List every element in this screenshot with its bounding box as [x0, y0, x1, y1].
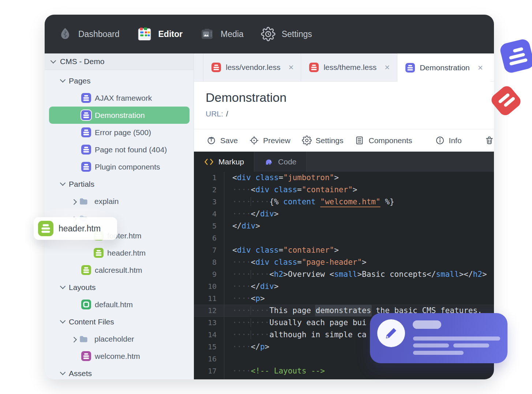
folder-label: placeholder: [94, 335, 134, 343]
close-icon[interactable]: ×: [478, 63, 483, 73]
chevron-down-icon: [60, 77, 66, 83]
floating-purple-doc-icon: [499, 38, 532, 74]
line-number: 4: [194, 208, 224, 220]
line-number: 6: [194, 232, 224, 244]
drag-ghost-label: header.htm: [59, 224, 101, 234]
line-content: <div class="jumbotron">: [224, 172, 494, 184]
section-label: Layouts: [69, 283, 96, 292]
page-url: URL:/: [206, 109, 494, 118]
tree-item-welcome.htm[interactable]: welcome.htm: [45, 347, 194, 365]
line-number: 15: [194, 341, 224, 353]
editor-tab-code[interactable]: Code: [254, 152, 307, 172]
code-line-17[interactable]: 17····<!-- Layouts -->: [194, 365, 494, 377]
tree-section-content-files[interactable]: Content Files: [45, 313, 194, 330]
tabstrip-spacer: [194, 53, 203, 81]
tab-less-vendor.less[interactable]: less/vendor.less×: [203, 53, 301, 81]
code-line-8[interactable]: 8····<div class="page-header">: [194, 256, 494, 268]
chevron-down-icon: [60, 369, 66, 375]
tree-item-page-not-found-404-[interactable]: Page not found (404): [45, 141, 194, 158]
tree-item-plugin-components[interactable]: Plugin components: [45, 158, 194, 175]
code-line-5[interactable]: 5</div>: [194, 220, 494, 232]
line-content: ····</div>: [224, 280, 494, 293]
sidebar-header[interactable]: CMS - Demo: [45, 53, 194, 70]
tree-item-label: Plugin components: [95, 163, 160, 171]
code-line-7[interactable]: 7<div class="container">: [194, 244, 494, 256]
tree-section-pages[interactable]: Pages: [45, 72, 194, 89]
line-number: 7: [194, 244, 224, 256]
close-icon[interactable]: ×: [288, 62, 293, 73]
skeleton-line: [413, 337, 500, 341]
editor-icon: [136, 27, 153, 41]
code-line-9[interactable]: 9········<h2>Overview <small>Basic conce…: [194, 268, 494, 280]
nav-label-media: Media: [221, 29, 244, 39]
chevron-down-icon: [60, 318, 66, 324]
line-content: ····<h2>Layouts</h2>: [224, 377, 494, 379]
code-line-3[interactable]: 3········{% content "welcome.htm" %}: [194, 196, 494, 208]
components-label: Components: [368, 136, 412, 145]
trash-icon: [484, 135, 494, 145]
sidebar-root-label: CMS - Demo: [60, 57, 104, 66]
settings-button[interactable]: Settings: [302, 135, 344, 145]
nav-item-dashboard[interactable]: Dashboard: [58, 27, 120, 41]
editor-tab-label: Code: [278, 157, 296, 166]
less-file-icon: [309, 63, 319, 72]
tree-item-error-page-500-[interactable]: Error page (500): [45, 124, 194, 141]
trash-button[interactable]: [484, 135, 494, 145]
preview-button[interactable]: Preview: [249, 135, 291, 145]
tree-item-demonstration[interactable]: Demonstration: [49, 107, 190, 124]
save-button[interactable]: Save: [206, 135, 238, 145]
nav-label-dashboard: Dashboard: [78, 29, 120, 39]
preview-label: Preview: [263, 136, 291, 145]
code-line-18[interactable]: 18····<h2>Layouts</h2>: [194, 377, 494, 379]
code-line-10[interactable]: 10····</div>: [194, 280, 494, 293]
editor-tab-markup[interactable]: Markup: [194, 152, 254, 172]
page-file-icon: [81, 127, 91, 137]
page-file-icon: [405, 63, 415, 73]
url-label: URL:: [206, 109, 223, 118]
line-content: [224, 232, 494, 244]
tree-section-layouts[interactable]: Layouts: [45, 279, 194, 296]
nav-item-media[interactable]: Media: [199, 27, 244, 41]
tree-item-label: calcresult.htm: [95, 266, 142, 275]
skeleton-line: [413, 351, 464, 355]
code-line-4[interactable]: 4····</div>: [194, 208, 494, 220]
skeleton-title-bar: [413, 320, 441, 329]
code-line-11[interactable]: 11····<p>: [194, 293, 494, 305]
chevron-right-icon: [71, 337, 77, 343]
tree-folder-placeholder[interactable]: placeholder: [45, 330, 194, 347]
tree-section-assets[interactable]: Assets: [45, 365, 194, 379]
drag-ghost-header-htm[interactable]: header.htm: [34, 217, 117, 240]
close-icon[interactable]: ×: [385, 62, 390, 73]
tree-item-label: Error page (500): [95, 128, 151, 137]
nav-item-settings[interactable]: Settings: [261, 27, 312, 41]
editor-tab-label: Markup: [218, 157, 244, 166]
tab-demonstration[interactable]: Demonstration×: [397, 53, 490, 82]
line-number: 14: [194, 329, 224, 341]
nav-item-editor[interactable]: Editor: [136, 27, 183, 41]
info-button[interactable]: Info: [435, 135, 462, 145]
tree-section-partials[interactable]: Partials: [45, 175, 194, 193]
page-file-icon: [81, 145, 91, 155]
line-number: 12: [194, 305, 224, 317]
info-icon: [435, 135, 445, 145]
settings-icon: [261, 27, 276, 41]
tab-less-theme.less[interactable]: less/theme.less×: [301, 53, 397, 81]
code-line-1[interactable]: 1<div class="jumbotron">: [194, 172, 494, 184]
tree-item-default.htm[interactable]: default.htm: [45, 296, 194, 313]
tree-item-calcresult.htm[interactable]: calcresult.htm: [45, 261, 194, 279]
line-number: 17: [194, 365, 224, 377]
tree-item-ajax-framework[interactable]: AJAX framework: [45, 89, 194, 107]
tab-label: Demonstration: [420, 63, 470, 72]
skeleton-line: [453, 343, 489, 347]
floating-red-doc-icon: [489, 84, 523, 118]
editor-tabs: MarkupCode: [194, 152, 494, 172]
folder-label: explain: [94, 197, 119, 206]
chevron-right-icon: [71, 199, 77, 205]
folder-icon: [79, 334, 89, 344]
components-button[interactable]: Components: [355, 135, 412, 145]
code-line-2[interactable]: 2····<div class="container">: [194, 184, 494, 196]
code-line-6[interactable]: 6: [194, 232, 494, 244]
tree-item-label: Page not found (404): [95, 145, 167, 154]
save-label: Save: [220, 136, 238, 145]
document-header: Demonstration URL:/: [194, 82, 494, 129]
